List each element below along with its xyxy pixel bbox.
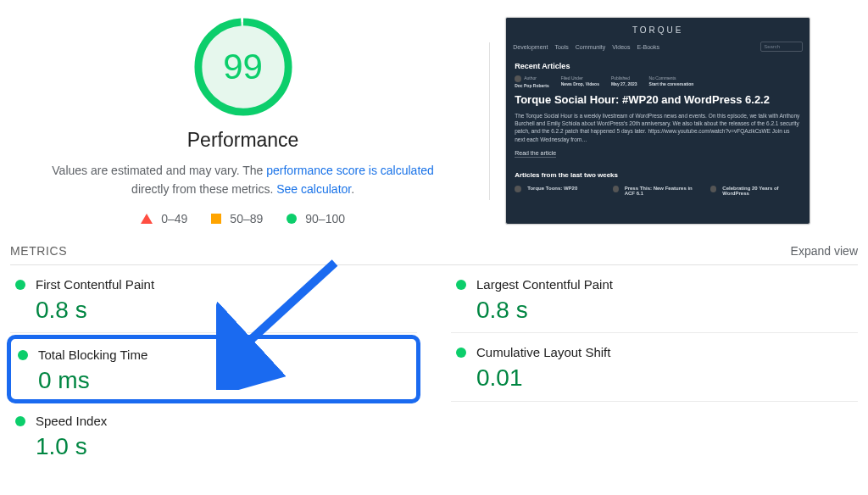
metric-value: 0 ms xyxy=(38,367,409,394)
preview-nav: Development Tools Community Videos E-Boo… xyxy=(506,42,810,57)
preview-article-title: Torque Social Hour: #WP20 and WordPress … xyxy=(506,92,810,108)
preview-nav-item: Tools xyxy=(554,44,568,50)
score-panel: 99 Performance Values are estimated and … xyxy=(0,17,477,225)
avatar-icon xyxy=(515,75,521,82)
legend-pass: 90–100 xyxy=(287,212,345,225)
avatar-icon xyxy=(613,186,619,192)
page-preview: TORQUE Development Tools Community Video… xyxy=(505,17,810,225)
status-dot-icon xyxy=(15,416,25,426)
legend-fail: 0–49 xyxy=(141,212,187,225)
preview-topbar: TORQUE xyxy=(506,18,810,42)
desc-text-post: . xyxy=(351,182,354,196)
preview-article-body: The Torque Social Hour is a weekly lives… xyxy=(506,108,810,146)
preview-meta-pub: PublishedMay 27, 2023 xyxy=(611,75,637,88)
metric-value: 0.01 xyxy=(476,364,853,392)
metric-tbt[interactable]: Total Blocking Time 0 ms xyxy=(7,335,420,403)
preview-meta: AuthorDoc Pop Roberts Filed UnderNews Dr… xyxy=(506,74,810,92)
preview-nav-item: Development xyxy=(513,44,548,50)
preview-nav-item: Community xyxy=(576,44,605,50)
summary-section: 99 Performance Values are estimated and … xyxy=(0,0,868,225)
preview-nav-item: E-Books xyxy=(637,44,659,50)
status-dot-icon xyxy=(456,348,466,358)
preview-read-link: Read the article xyxy=(506,147,810,163)
desc-text-pre: Values are estimated and may vary. The xyxy=(52,164,266,177)
metric-fcp[interactable]: First Contentful Paint 0.8 s xyxy=(10,265,417,333)
metrics-title: METRICS xyxy=(10,244,67,258)
score-value: 99 xyxy=(193,17,293,117)
metric-value: 0.8 s xyxy=(476,297,853,324)
metric-value: 0.8 s xyxy=(36,297,412,324)
metric-name: Total Blocking Time xyxy=(38,348,147,362)
score-legend: 0–49 50–89 90–100 xyxy=(141,212,345,225)
metrics-header: METRICS Expand view xyxy=(10,244,858,265)
score-description: Values are estimated and may vary. The p… xyxy=(8,162,477,198)
preview-card: Celebrating 20 Years of WordPress xyxy=(710,186,801,196)
metric-name: Largest Contentful Paint xyxy=(476,277,613,292)
vertical-divider xyxy=(489,42,490,200)
metrics-grid: First Contentful Paint 0.8 s Largest Con… xyxy=(10,265,858,469)
legend-fail-label: 0–49 xyxy=(161,212,187,225)
preview-logo: TORQUE xyxy=(513,25,803,35)
metric-name: First Contentful Paint xyxy=(36,277,154,292)
avatar-icon xyxy=(710,186,716,192)
circle-icon xyxy=(287,214,297,224)
metric-name: Speed Index xyxy=(36,414,107,428)
legend-pass-label: 90–100 xyxy=(305,212,345,225)
metric-value: 1.0 s xyxy=(36,433,412,460)
preview-section: Recent Articles xyxy=(506,57,810,74)
status-dot-icon xyxy=(18,350,28,360)
preview-meta-author: AuthorDoc Pop Roberts xyxy=(515,75,549,88)
desc-text-mid: directly from these metrics. xyxy=(131,182,276,196)
triangle-icon xyxy=(141,214,153,224)
score-label: Performance xyxy=(187,129,299,152)
metrics-section: METRICS Expand view First Contentful Pai… xyxy=(0,244,868,469)
calc-link-2[interactable]: See calculator xyxy=(276,182,351,196)
screenshot-panel: TORQUE Development Tools Community Video… xyxy=(502,17,868,225)
metric-cls[interactable]: Cumulative Layout Shift 0.01 xyxy=(451,333,858,402)
status-dot-icon xyxy=(15,280,25,290)
status-dot-icon xyxy=(456,280,466,290)
expand-view-toggle[interactable]: Expand view xyxy=(791,244,858,258)
preview-meta-comments: No CommentsStart the conversation xyxy=(649,75,694,88)
preview-nav-item: Videos xyxy=(612,44,630,50)
score-gauge: 99 xyxy=(193,17,293,117)
preview-subsection: Articles from the last two weeks xyxy=(506,166,810,182)
legend-avg-label: 50–89 xyxy=(230,212,263,225)
metric-si[interactable]: Speed Index 1.0 s xyxy=(10,402,417,469)
calc-link-1[interactable]: performance score is calculated xyxy=(266,164,434,177)
metric-lcp[interactable]: Largest Contentful Paint 0.8 s xyxy=(451,265,858,333)
square-icon xyxy=(211,214,221,224)
preview-meta-filed: Filed UnderNews Drop, Videos xyxy=(561,75,599,88)
preview-card: Press This: New Features in ACF 6.1 xyxy=(613,186,704,196)
metric-name: Cumulative Layout Shift xyxy=(476,345,610,359)
preview-cards: Torque Toons: WP20 Press This: New Featu… xyxy=(506,182,810,199)
avatar-icon xyxy=(515,186,521,192)
preview-search: Search xyxy=(760,42,803,52)
preview-card: Torque Toons: WP20 xyxy=(515,186,605,196)
legend-average: 50–89 xyxy=(211,212,263,225)
